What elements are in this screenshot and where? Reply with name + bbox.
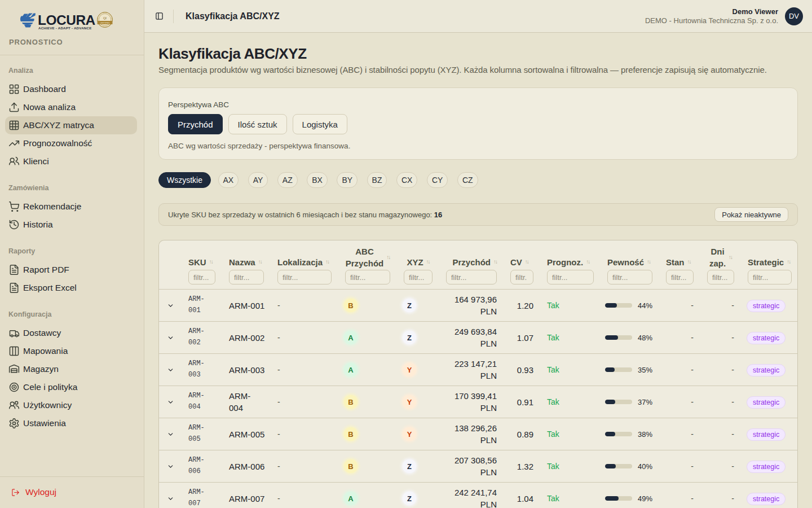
svg-text:ACHIEVE - ADAPT - ADVANCE: ACHIEVE - ADAPT - ADVANCE <box>38 26 92 30</box>
svg-text:CERTIFIED: CERTIFIED <box>100 22 110 24</box>
svg-text:Qi: Qi <box>103 16 107 20</box>
